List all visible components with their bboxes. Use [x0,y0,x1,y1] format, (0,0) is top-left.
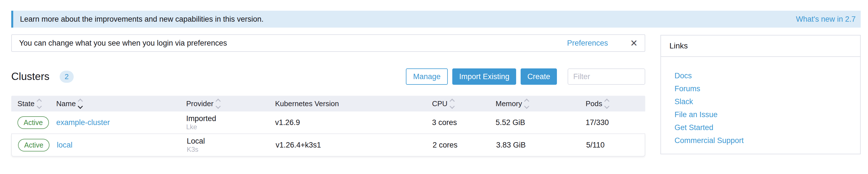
cpu-cell: 3 cores [425,118,488,127]
sort-icon [216,99,220,108]
column-header-pods[interactable]: Pods [578,99,645,108]
status-badge: Active [18,116,49,129]
cluster-count-badge: 2 [60,71,74,83]
status-badge: Active [18,139,50,151]
close-icon[interactable]: × [630,37,638,49]
page-title: Clusters [11,71,50,83]
table-row: Active example-cluster Imported Lke v1.2… [11,112,645,134]
table-header-row: State Name Provider Kubernetes Version C… [11,96,645,112]
preferences-link[interactable]: Preferences [567,39,608,48]
column-header-cpu[interactable]: CPU [425,99,488,108]
memory-cell: 5.52 GiB [488,118,578,127]
column-header-name[interactable]: Name [51,99,180,108]
link-commercial-support[interactable]: Commercial Support [675,134,860,147]
import-existing-button[interactable]: Import Existing [452,68,516,85]
link-get-started[interactable]: Get Started [675,121,860,134]
provider-distro: Lke [186,123,269,131]
column-header-memory[interactable]: Memory [488,99,578,108]
link-file-an-issue[interactable]: File an Issue [675,108,860,121]
pods-cell: 17/330 [578,118,645,127]
link-docs[interactable]: Docs [675,69,860,82]
clusters-header-row: Clusters 2 Manage Import Existing Create [11,67,645,86]
sort-icon [450,99,454,108]
provider-cell: Local K3s [181,137,269,153]
provider-distro: K3s [187,146,269,153]
link-slack[interactable]: Slack [675,95,860,108]
preferences-banner-message: You can change what you see when you log… [19,39,567,48]
sort-icon [605,99,609,108]
column-header-kubernetes-version[interactable]: Kubernetes Version [269,99,425,108]
memory-cell: 3.83 GiB [489,141,579,149]
create-button[interactable]: Create [521,68,557,85]
links-panel: Links Docs Forums Slack File an Issue Ge… [660,35,861,154]
provider-cell: Imported Lke [180,114,269,131]
whats-new-link[interactable]: What's new in 2.7 [796,15,856,24]
sort-icon [525,99,528,108]
links-panel-title: Links [661,35,860,57]
column-header-state[interactable]: State [11,99,51,108]
version-banner: Learn more about the improvements and ne… [11,11,861,28]
links-panel-body: Docs Forums Slack File an Issue Get Star… [661,57,860,147]
column-header-provider[interactable]: Provider [180,99,269,108]
version-banner-message: Learn more about the improvements and ne… [20,15,264,24]
cluster-name-link[interactable]: local [57,141,72,149]
manage-button[interactable]: Manage [406,68,448,85]
sort-icon [37,99,41,108]
pods-cell: 5/110 [579,141,645,149]
preferences-banner: You can change what you see when you log… [11,34,645,52]
table-row: Active local Local K3s v1.26.4+k3s1 2 co… [11,134,645,156]
cluster-table: State Name Provider Kubernetes Version C… [11,96,645,156]
kubernetes-version-cell: v1.26.9 [269,118,425,127]
cluster-name-link[interactable]: example-cluster [56,118,110,127]
sort-icon-active-desc [79,99,82,108]
link-forums[interactable]: Forums [675,82,860,95]
kubernetes-version-cell: v1.26.4+k3s1 [269,141,425,149]
filter-input[interactable] [568,68,645,85]
cpu-cell: 2 cores [425,141,489,149]
